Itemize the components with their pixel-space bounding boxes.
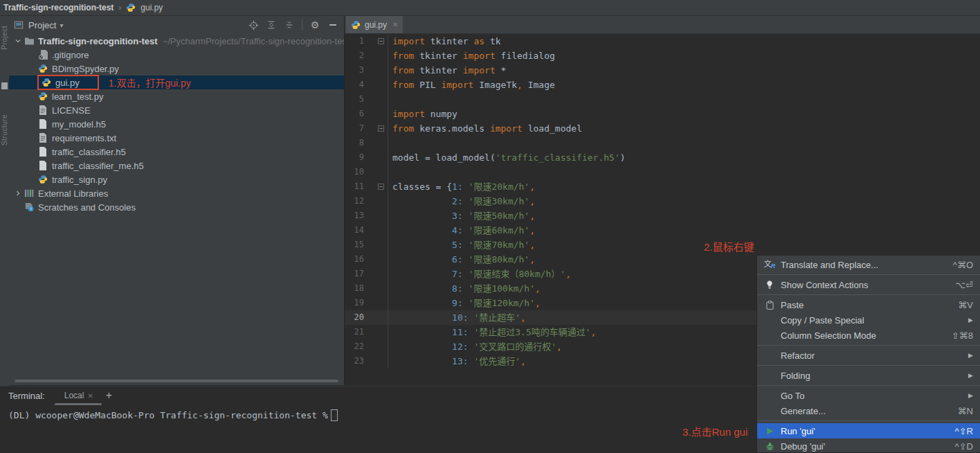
tree-item-bdimgspyder-py[interactable]: BDimgSpyder.py bbox=[9, 62, 344, 76]
breadcrumb-file[interactable]: gui.py bbox=[140, 3, 163, 12]
gutter-spacer bbox=[364, 354, 388, 368]
code-line-14[interactable]: 14 4: '限速60km/h', bbox=[345, 223, 980, 238]
menu-item-column-selection-mode[interactable]: Column Selection Mode⇧⌘8 bbox=[757, 328, 980, 343]
tree-item-learn-test-py[interactable]: learn_test.py bbox=[9, 89, 344, 103]
tree-item-traffic-classifier-me-h5[interactable]: traffic_classifier_me.h5 bbox=[9, 159, 344, 172]
chevron-down-icon[interactable]: ▾ bbox=[60, 21, 63, 29]
code-line-5[interactable]: 5 bbox=[345, 92, 980, 107]
project-panel: Project ▾ ⚙ Traffic-sign-recognition-tes… bbox=[9, 16, 344, 385]
stripe-label-structure[interactable]: Structure bbox=[1, 114, 8, 145]
chevron-right-icon[interactable] bbox=[12, 190, 24, 197]
menu-shortcut: ⌥⏎ bbox=[955, 280, 973, 290]
code-text: 9: '限速120km/h', bbox=[388, 296, 541, 310]
menu-item-show-context-actions[interactable]: Show Context Actions⌥⏎ bbox=[757, 277, 980, 292]
gutter-spacer bbox=[364, 281, 388, 296]
tree-item-traffic-classifier-h5[interactable]: traffic_classifier.h5 bbox=[9, 145, 344, 159]
menu-separator bbox=[757, 365, 980, 366]
line-number: 22 bbox=[345, 339, 364, 354]
code-line-6[interactable]: 6import numpy bbox=[345, 107, 980, 121]
code-line-7[interactable]: 7−from keras.models import load_model bbox=[345, 121, 980, 136]
file-icon bbox=[37, 118, 48, 130]
menu-item-label: Run 'gui' bbox=[781, 426, 947, 436]
tab-gui-py[interactable]: gui.py ✕ bbox=[346, 16, 403, 33]
gutter-spacer bbox=[364, 63, 388, 78]
menu-item-debug-gui[interactable]: Debug 'gui'^⇧D bbox=[757, 438, 980, 453]
target-icon[interactable] bbox=[248, 19, 259, 30]
gutter-spacer bbox=[364, 194, 388, 208]
tree-item-label: .gitignore bbox=[52, 50, 89, 60]
horizontal-scrollbar[interactable] bbox=[15, 380, 338, 382]
tree-item-traffic-sign-recognition-test[interactable]: Traffic-sign-recognition-test~/PycharmPr… bbox=[9, 34, 344, 48]
collapse-all-icon[interactable] bbox=[284, 19, 295, 30]
menu-item-copy-paste-special[interactable]: Copy / Paste Special▶ bbox=[757, 312, 980, 328]
gutter-spacer bbox=[364, 296, 388, 310]
menu-item-run-gui[interactable]: Run 'gui'^⇧R bbox=[757, 423, 980, 438]
hide-icon[interactable] bbox=[327, 19, 338, 30]
stripe-marker bbox=[1, 82, 8, 89]
code-line-4[interactable]: 4from PIL import ImageTk, Image bbox=[345, 78, 980, 92]
menu-item-generate[interactable]: Generate...⌘N bbox=[757, 403, 980, 418]
settings-icon[interactable]: ⚙ bbox=[309, 19, 320, 30]
code-line-10[interactable]: 10 bbox=[345, 165, 980, 179]
scratches-icon bbox=[24, 202, 35, 213]
tree-item-requirements-txt[interactable]: requirements.txt bbox=[9, 131, 344, 145]
code-text bbox=[388, 92, 392, 107]
code-line-15[interactable]: 15 5: '限速70km/h', bbox=[345, 238, 980, 252]
debug-icon bbox=[763, 442, 777, 451]
menu-item-label: Refactor bbox=[781, 350, 968, 361]
new-terminal-button[interactable]: + bbox=[106, 389, 112, 402]
tree-item-traffic-sign-py[interactable]: traffic_sign.py bbox=[9, 172, 344, 186]
code-text: import numpy bbox=[388, 107, 457, 121]
tree-item-gui-py[interactable]: gui.py1.双击，打开gui.py bbox=[9, 76, 344, 89]
code-line-9[interactable]: 9model = load_model('traffic_classifier.… bbox=[345, 150, 980, 165]
menu-item-paste[interactable]: Paste⌘V bbox=[757, 297, 980, 312]
stripe-label-project[interactable]: Project bbox=[1, 26, 8, 50]
code-line-1[interactable]: 1−import tkinter as tk bbox=[345, 34, 980, 48]
terminal-tab-local[interactable]: Local ✕ bbox=[64, 391, 93, 400]
tree-item-label: BDimgSpyder.py bbox=[52, 64, 119, 74]
tree-item-label: traffic_sign.py bbox=[52, 175, 107, 185]
code-line-8[interactable]: 8 bbox=[345, 136, 980, 150]
chevron-down-icon[interactable] bbox=[12, 37, 24, 44]
tree-item-label: Traffic-sign-recognition-test bbox=[38, 36, 158, 46]
tree-item-gitignore[interactable]: .gitignore bbox=[9, 48, 344, 62]
code-line-12[interactable]: 12 2: '限速30km/h', bbox=[345, 194, 980, 208]
menu-item-go-to[interactable]: Go To▶ bbox=[757, 388, 980, 403]
code-text: 10: '禁止超车', bbox=[388, 310, 526, 325]
menu-item-folding[interactable]: Folding▶ bbox=[757, 368, 980, 383]
close-icon[interactable]: ✕ bbox=[87, 392, 93, 400]
code-text bbox=[388, 136, 392, 150]
code-line-2[interactable]: 2from tkinter import filedialog bbox=[345, 48, 980, 63]
tree-item-license[interactable]: LICENSE bbox=[9, 103, 344, 117]
line-number: 8 bbox=[345, 136, 364, 150]
menu-item-translate-and-replace[interactable]: 文RTranslate and Replace...^⌘O bbox=[757, 257, 980, 272]
line-number: 10 bbox=[345, 165, 364, 179]
terminal-cursor bbox=[331, 409, 338, 421]
fold-marker[interactable]: − bbox=[364, 121, 388, 136]
code-line-3[interactable]: 3from tkinter import * bbox=[345, 63, 980, 78]
close-icon[interactable]: ✕ bbox=[392, 21, 398, 28]
code-text: 5: '限速70km/h', bbox=[388, 238, 535, 252]
fold-marker[interactable]: − bbox=[364, 179, 388, 194]
code-line-13[interactable]: 13 3: '限速50km/h', bbox=[345, 208, 980, 223]
code-text: 4: '限速60km/h', bbox=[388, 223, 535, 238]
line-number: 18 bbox=[345, 281, 364, 296]
code-line-11[interactable]: 11−classes = {1: '限速20km/h', bbox=[345, 179, 980, 194]
breadcrumb-project[interactable]: Traffic-sign-recognition-test bbox=[3, 3, 114, 12]
fold-marker[interactable]: − bbox=[364, 34, 388, 48]
expand-all-icon[interactable] bbox=[266, 19, 277, 30]
project-panel-title[interactable]: Project bbox=[28, 20, 56, 30]
gutter-spacer bbox=[364, 238, 388, 252]
editor-tab-bar: gui.py ✕ bbox=[345, 16, 980, 34]
menu-item-refactor[interactable]: Refactor▶ bbox=[757, 348, 980, 363]
gutter-spacer bbox=[364, 325, 388, 339]
menu-separator bbox=[757, 294, 980, 295]
gutter-spacer bbox=[364, 223, 388, 238]
code-text bbox=[388, 165, 392, 179]
gutter-spacer bbox=[364, 48, 388, 63]
tree-item-external-libraries[interactable]: External Libraries bbox=[9, 186, 344, 200]
tree-item-my-model-h5[interactable]: my_model.h5 bbox=[9, 117, 344, 131]
tree-item-scratches-and-consoles[interactable]: Scratches and Consoles bbox=[9, 200, 344, 214]
line-number: 2 bbox=[345, 48, 364, 63]
code-text: 13: '优先通行', bbox=[388, 354, 526, 368]
